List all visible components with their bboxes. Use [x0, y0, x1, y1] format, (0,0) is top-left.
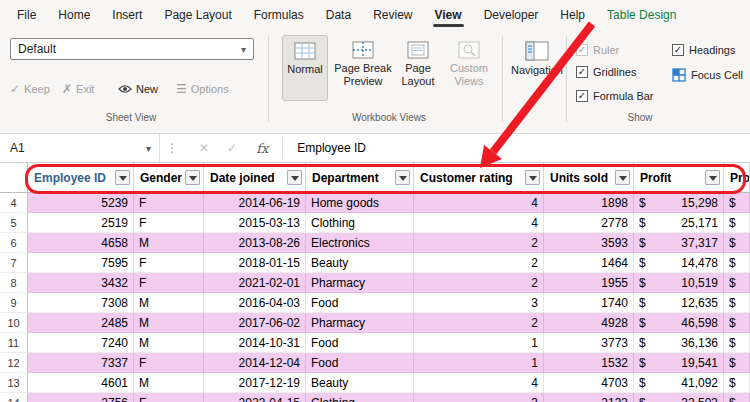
- column-header-profit[interactable]: Profit: [634, 163, 724, 193]
- sheet-view-dropdown[interactable]: Default ▾: [10, 38, 254, 60]
- table-cell[interactable]: 2: [414, 253, 544, 273]
- row-number[interactable]: 8: [0, 273, 28, 293]
- column-header-date-joined[interactable]: Date joined: [204, 163, 306, 193]
- table-cell[interactable]: $: [724, 353, 750, 373]
- table-cell[interactable]: $14,478: [634, 253, 724, 273]
- table-cell[interactable]: M: [134, 313, 204, 333]
- table-cell[interactable]: 2485: [28, 313, 134, 333]
- new-sheet-view-button[interactable]: New: [118, 80, 158, 98]
- tab-formulas[interactable]: Formulas: [243, 0, 315, 30]
- table-cell[interactable]: 5239: [28, 193, 134, 213]
- table-cell[interactable]: 1464: [544, 253, 634, 273]
- row-number[interactable]: 4: [0, 193, 28, 213]
- table-cell[interactable]: $25,171: [634, 213, 724, 233]
- chevron-down-icon[interactable]: ▾: [146, 143, 151, 154]
- table-cell[interactable]: 7595: [28, 253, 134, 273]
- filter-dropdown-icon[interactable]: [615, 170, 630, 185]
- checkbox-gridlines[interactable]: ✓Gridlines: [576, 64, 636, 79]
- table-cell[interactable]: 2017-06-02: [204, 313, 306, 333]
- table-cell[interactable]: F: [134, 253, 204, 273]
- table-cell[interactable]: 2017-12-19: [204, 373, 306, 393]
- table-cell[interactable]: Clothing: [306, 393, 414, 402]
- row-number[interactable]: 14: [0, 393, 28, 402]
- table-cell[interactable]: 2021-02-01: [204, 273, 306, 293]
- table-cell[interactable]: 1: [414, 353, 544, 373]
- table-cell[interactable]: 1898: [544, 193, 634, 213]
- filter-dropdown-icon[interactable]: [115, 170, 130, 185]
- table-cell[interactable]: 2023-04-15: [204, 393, 306, 402]
- table-cell[interactable]: Beauty: [306, 373, 414, 393]
- row-number[interactable]: 12: [0, 353, 28, 373]
- row-number[interactable]: 5: [0, 213, 28, 233]
- table-cell[interactable]: 2014-10-31: [204, 333, 306, 353]
- table-cell[interactable]: 7308: [28, 293, 134, 313]
- table-cell[interactable]: 4658: [28, 233, 134, 253]
- table-cell[interactable]: 2: [414, 233, 544, 253]
- table-cell[interactable]: F: [134, 393, 204, 402]
- column-header-pro[interactable]: Pro: [724, 163, 750, 193]
- filter-dropdown-icon[interactable]: [395, 170, 410, 185]
- table-cell[interactable]: 2: [414, 313, 544, 333]
- table-cell[interactable]: 3593: [544, 233, 634, 253]
- row-number[interactable]: 13: [0, 373, 28, 393]
- table-cell[interactable]: 4: [414, 373, 544, 393]
- keep-sheet-view-button[interactable]: ✓ Keep: [10, 80, 50, 98]
- table-cell[interactable]: F: [134, 273, 204, 293]
- tab-help[interactable]: Help: [549, 0, 596, 30]
- table-cell[interactable]: $: [724, 213, 750, 233]
- row-number[interactable]: 10: [0, 313, 28, 333]
- table-cell[interactable]: $36,136: [634, 333, 724, 353]
- table-cell[interactable]: 2014-12-04: [204, 353, 306, 373]
- table-cell[interactable]: $: [724, 193, 750, 213]
- table-cell[interactable]: 7240: [28, 333, 134, 353]
- table-cell[interactable]: $10,519: [634, 273, 724, 293]
- table-cell[interactable]: Food: [306, 333, 414, 353]
- table-cell[interactable]: 4: [414, 213, 544, 233]
- table-cell[interactable]: 2756: [28, 393, 134, 402]
- table-cell[interactable]: 2: [414, 273, 544, 293]
- table-cell[interactable]: F: [134, 193, 204, 213]
- table-cell[interactable]: 3: [414, 293, 544, 313]
- table-cell[interactable]: 2015-03-13: [204, 213, 306, 233]
- focus-cell-button[interactable]: Focus Cell: [672, 68, 743, 82]
- checkbox-ruler[interactable]: ✓Ruler: [576, 42, 619, 57]
- formula-bar-value[interactable]: Employee ID: [297, 141, 366, 155]
- table-cell[interactable]: F: [134, 353, 204, 373]
- table-cell[interactable]: $19,541: [634, 353, 724, 373]
- table-cell[interactable]: 2014-06-19: [204, 193, 306, 213]
- table-cell[interactable]: M: [134, 333, 204, 353]
- checkbox-formula-bar[interactable]: ✓Formula Bar: [576, 88, 654, 103]
- options-button[interactable]: ☰ Options: [176, 80, 229, 98]
- table-cell[interactable]: 4703: [544, 373, 634, 393]
- table-cell[interactable]: M: [134, 233, 204, 253]
- table-cell[interactable]: 4: [414, 193, 544, 213]
- column-header-employee-id[interactable]: Employee ID: [28, 163, 134, 193]
- table-cell[interactable]: M: [134, 373, 204, 393]
- table-cell[interactable]: $: [724, 273, 750, 293]
- table-cell[interactable]: 1740: [544, 293, 634, 313]
- normal-view-button[interactable]: Normal: [282, 35, 328, 101]
- table-cell[interactable]: 7337: [28, 353, 134, 373]
- table-cell[interactable]: Clothing: [306, 213, 414, 233]
- tab-review[interactable]: Review: [362, 0, 423, 30]
- insert-function-icon[interactable]: fx: [256, 141, 268, 156]
- filter-dropdown-icon[interactable]: [185, 170, 200, 185]
- table-cell[interactable]: $12,635: [634, 293, 724, 313]
- table-cell[interactable]: $15,298: [634, 193, 724, 213]
- table-cell[interactable]: $46,598: [634, 313, 724, 333]
- tab-table-design[interactable]: Table Design: [596, 0, 687, 30]
- table-cell[interactable]: $37,317: [634, 233, 724, 253]
- table-cell[interactable]: 2778: [544, 213, 634, 233]
- table-cell[interactable]: $: [724, 233, 750, 253]
- row-number[interactable]: 7: [0, 253, 28, 273]
- table-cell[interactable]: 2016-04-03: [204, 293, 306, 313]
- table-cell[interactable]: $: [724, 373, 750, 393]
- enter-check-icon[interactable]: ✓: [227, 141, 237, 155]
- table-cell[interactable]: 4601: [28, 373, 134, 393]
- table-cell[interactable]: $: [724, 253, 750, 273]
- table-cell[interactable]: 3: [414, 393, 544, 402]
- table-cell[interactable]: M: [134, 293, 204, 313]
- table-cell[interactable]: $: [724, 393, 750, 402]
- table-cell[interactable]: 1: [414, 333, 544, 353]
- column-header-department[interactable]: Department: [306, 163, 414, 193]
